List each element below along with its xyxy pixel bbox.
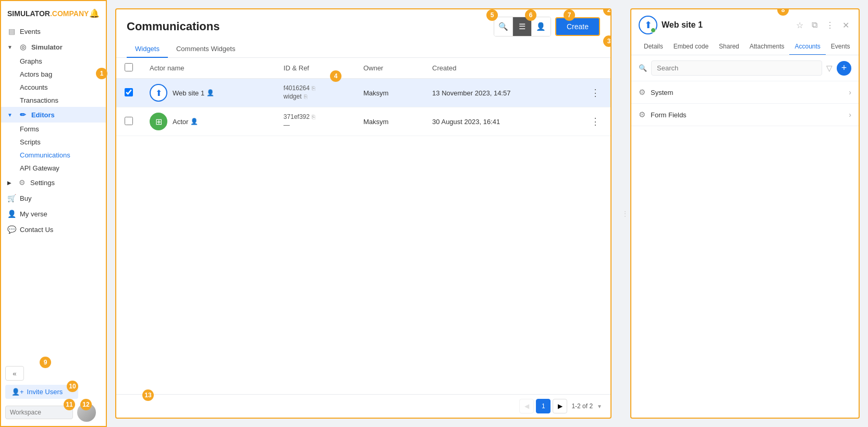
pagination-info: 1-2 of 2: [571, 402, 593, 410]
chevron-right-icon: ›: [849, 88, 851, 96]
prev-page-button[interactable]: ◀: [519, 399, 534, 413]
sidebar-item-label: Settings: [30, 179, 55, 187]
copy-icon[interactable]: ⎘: [312, 114, 315, 120]
actor-name-row: Actor 👤: [173, 118, 198, 126]
panel-search-row: 🔍 ▽ +: [631, 55, 859, 81]
panel-tab-details[interactable]: Details: [639, 39, 668, 55]
sidebar-item-contact-us[interactable]: 💬 Contact Us: [1, 222, 106, 237]
panel-tabs: Details Embed code Shared Attachments Ac…: [631, 39, 859, 55]
sidebar-item-label: My verse: [20, 210, 47, 218]
expand-icon: ▶: [7, 180, 11, 186]
layers-button[interactable]: ⧉: [810, 19, 820, 31]
sidebar-item-actors-bag[interactable]: Actors bag: [1, 68, 106, 81]
row-checkbox[interactable]: [125, 88, 133, 96]
buy-icon: 🛒: [7, 194, 16, 202]
panel-list: ⚙ System › ⚙ Form Fields ›: [631, 81, 859, 418]
panel-tab-actors[interactable]: Actors: [855, 39, 859, 55]
create-button[interactable]: Create: [555, 17, 600, 36]
plus-icon: +: [841, 63, 847, 74]
search-toggle-button[interactable]: 🔍: [494, 17, 513, 36]
actor-name: Actor: [173, 118, 188, 126]
annotation-13: 13: [142, 389, 154, 401]
row-more-button[interactable]: ⋮: [589, 85, 602, 101]
app-company: .COMPANY: [50, 9, 89, 18]
owner-cell: Maksym: [355, 79, 424, 107]
content-header: Communications 5 6 7 🔍 ☰ 👤: [116, 9, 610, 36]
page-1-button[interactable]: 1: [536, 399, 551, 413]
panel-search-input[interactable]: [651, 60, 822, 76]
id-value: 371ef392: [284, 113, 310, 120]
sidebar-item-transactions[interactable]: Transactions: [1, 94, 106, 107]
annotation-1: 1: [96, 68, 107, 79]
invite-label: Invite Users: [27, 388, 63, 396]
next-page-button[interactable]: ▶: [553, 399, 567, 413]
list-icon: ☰: [519, 22, 525, 31]
table-footer: 13 ◀ 1 ▶ 1-2 of 2 ▼: [116, 394, 610, 418]
pagination-dropdown-icon[interactable]: ▼: [597, 404, 602, 409]
sidebar-item-api-gateway[interactable]: API Gateway: [1, 162, 106, 175]
panel-tab-embed-code[interactable]: Embed code: [668, 39, 714, 55]
group-view-button[interactable]: 👤: [532, 17, 551, 36]
actor-name: Web site 1: [173, 89, 204, 97]
pagination-controls: ◀ 1 ▶: [519, 399, 567, 413]
close-button[interactable]: ✕: [840, 19, 851, 31]
star-button[interactable]: ☆: [794, 19, 805, 31]
annotation-11: 11: [64, 399, 75, 410]
panel-site-name: Web site 1: [662, 20, 703, 30]
actor-cell: ⬆ Web site 1 👤: [150, 84, 267, 102]
select-all-checkbox[interactable]: [125, 63, 133, 71]
sidebar-item-forms[interactable]: Forms: [1, 123, 106, 136]
sidebar-item-editors[interactable]: ▼ ✏ Editors: [1, 107, 106, 123]
sidebar-item-events[interactable]: ▤ Events: [1, 23, 106, 39]
tab-widgets[interactable]: Widgets: [127, 41, 168, 58]
annotation-6: 6: [525, 9, 536, 21]
sidebar-item-scripts[interactable]: Scripts: [1, 136, 106, 149]
panel-tab-accounts[interactable]: Accounts: [789, 39, 825, 55]
sidebar-item-communications[interactable]: Communications: [1, 149, 106, 162]
sidebar-item-settings[interactable]: ▶ ⚙ Settings: [1, 175, 106, 190]
row-more-button[interactable]: ⋮: [589, 114, 602, 129]
sidebar-item-label: Contact Us: [20, 226, 53, 234]
sidebar-item-label: Events: [20, 28, 41, 35]
bell-icon[interactable]: 🔔: [89, 8, 100, 18]
sidebar-item-accounts[interactable]: Accounts: [1, 81, 106, 94]
divider-handle[interactable]: ⋮: [620, 0, 630, 427]
expand-icon: ▼: [7, 44, 13, 50]
annotation-10: 10: [67, 381, 78, 392]
panel-header-icons: ☆ ⧉ ⋮ ✕: [794, 19, 851, 31]
invite-icon: 👤+: [11, 388, 24, 396]
sidebar-item-label: Editors: [31, 111, 55, 119]
tab-comments-widgets[interactable]: Comments Widgets: [168, 41, 243, 58]
row-checkbox[interactable]: [125, 117, 133, 125]
annotation-7: 7: [564, 9, 575, 21]
search-icon: 🔍: [498, 22, 508, 31]
workspace-input[interactable]: [5, 406, 73, 419]
list-item[interactable]: ⚙ System ›: [631, 81, 859, 104]
panel-tab-shared[interactable]: Shared: [714, 39, 744, 55]
col-created: Created: [424, 58, 580, 79]
sidebar: 1 SIMULATOR.COMPANY 🔔 ▤ Events ▼ ◎ Simul…: [0, 0, 107, 427]
actor-name-row: Web site 1 👤: [173, 89, 214, 97]
add-button[interactable]: +: [837, 61, 851, 76]
actor-avatar: ⊞: [150, 113, 167, 130]
annotation-9: 9: [40, 357, 51, 368]
copy-icon-2[interactable]: ⎘: [304, 93, 308, 100]
view-controls: 🔍 ☰ 👤: [494, 17, 551, 36]
annotation-12: 12: [80, 399, 92, 410]
close-icon: ✕: [842, 21, 849, 30]
expand-icon: ▼: [7, 112, 13, 118]
filter-button[interactable]: ▽: [826, 64, 833, 73]
list-item[interactable]: ⚙ Form Fields ›: [631, 104, 859, 126]
workspace-area: 11 12: [5, 403, 102, 422]
more-options-button[interactable]: ⋮: [824, 19, 836, 31]
panel-tab-attachments[interactable]: Attachments: [744, 39, 790, 55]
collapse-button[interactable]: «: [5, 366, 24, 381]
panel-tab-events[interactable]: Events: [826, 39, 855, 55]
editors-icon: ✏: [19, 111, 27, 119]
sidebar-item-buy[interactable]: 🛒 Buy: [1, 190, 106, 206]
copy-icon[interactable]: ⎘: [312, 85, 315, 91]
sidebar-item-graphs[interactable]: Graphs: [1, 55, 106, 68]
sidebar-item-my-verse[interactable]: 👤 My verse: [1, 206, 106, 222]
sidebar-item-simulator[interactable]: ▼ ◎ Simulator: [1, 39, 106, 55]
collapse-icon: «: [13, 370, 16, 377]
